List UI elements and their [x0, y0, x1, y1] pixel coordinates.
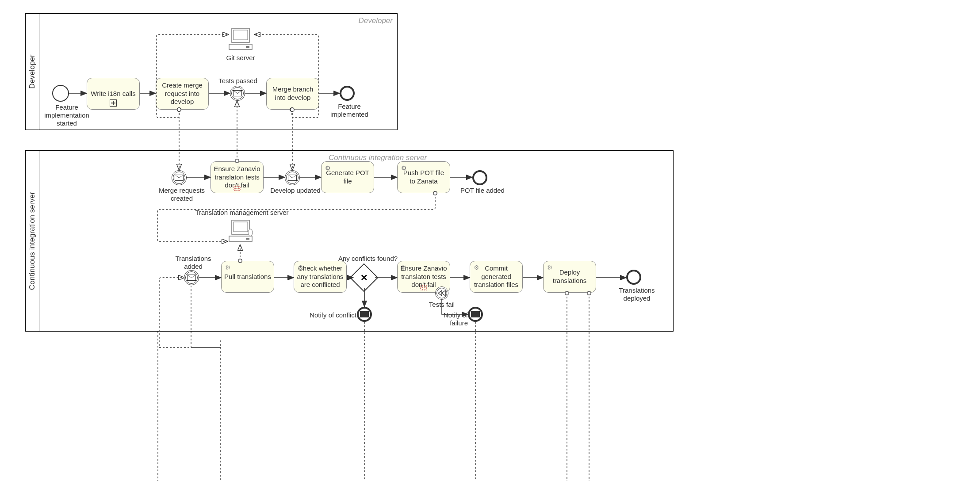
task-commit-files: ⚙ Commit generated translation files [470, 261, 523, 293]
envelope-icon [187, 275, 196, 281]
task-ensure-zanavio-1: Ensure Zanavio translaton tests don't fa… [211, 161, 264, 193]
svg-rect-3 [246, 46, 249, 48]
gear-icon: ⚙ [225, 264, 231, 272]
envelope-icon [471, 311, 480, 317]
gear-icon: ⚙ [401, 264, 407, 272]
event-notify-failure [468, 307, 483, 322]
label-tests-fail: Tests fail [426, 301, 457, 309]
task-merge-branch: Merge branch into develop [266, 78, 319, 110]
git-server-icon [226, 27, 255, 53]
compensation-icon [437, 290, 446, 297]
label-mr-created: Merge requests created [157, 187, 206, 202]
label-tests-passed: Tests passed [217, 77, 259, 85]
event-tests-passed [230, 86, 245, 101]
pool-label-ci: Continuous integration server [26, 151, 39, 331]
pool-label-developer: Developer [26, 14, 39, 130]
task-gen-pot: ⚙ Generate POT file [321, 161, 374, 193]
event-develop-updated [285, 170, 300, 185]
envelope-icon [288, 175, 297, 181]
event-notify-conflict [357, 307, 372, 322]
label-feature-start: Feature implementation started [42, 103, 91, 127]
envelope-icon [360, 311, 369, 317]
svg-rect-9 [234, 186, 240, 191]
label-translations-added: Translations added [172, 255, 215, 271]
task-write-i18n: Write i18n calls [87, 78, 140, 110]
svg-rect-13 [421, 286, 427, 290]
loop-marker-icon [420, 285, 427, 290]
envelope-icon [233, 90, 242, 96]
event-translations-deployed [626, 270, 641, 285]
git-server-label: Git server [226, 54, 256, 62]
loop-marker-icon [234, 186, 241, 191]
label-notify-conflict: Notify of conflict [310, 311, 356, 319]
lane-title-ci: Continuous integration server [329, 153, 427, 162]
gear-icon: ⚙ [474, 264, 479, 272]
gear-icon: ⚙ [547, 264, 553, 272]
gear-icon: ⚙ [325, 164, 331, 172]
event-translations-added [184, 270, 199, 285]
tms-label: Translation management server [191, 209, 293, 217]
label-translations-deployed: Translations deployed [606, 286, 668, 302]
bpmn-diagram: Developer Developer Continuous integrati… [0, 0, 980, 481]
svg-point-8 [248, 229, 253, 236]
task-check-conflict: ⚙ Check whether any translations are con… [294, 261, 347, 293]
label-pot-added: POT file added [458, 187, 507, 195]
task-deploy-translations: ⚙ Deploy translations [543, 261, 596, 293]
event-mr-created [172, 170, 187, 185]
svg-rect-0 [232, 28, 249, 42]
task-pull-translations: ⚙ Pull translations [221, 261, 274, 293]
label-feature-implemented: Feature implemented [318, 103, 380, 118]
task-create-mr: Create merge request into develop [156, 78, 209, 110]
svg-rect-4 [232, 220, 249, 234]
event-feature-start [52, 85, 69, 102]
envelope-icon [175, 175, 184, 181]
event-tests-fail [435, 286, 448, 300]
svg-rect-7 [246, 238, 249, 240]
task-push-pot: ⚙ Push POT file to Zanata [397, 161, 450, 193]
subprocess-marker-icon [110, 99, 117, 107]
lane-title-developer: Developer [359, 16, 393, 25]
gear-icon: ⚙ [401, 164, 407, 172]
gear-icon: ⚙ [298, 264, 303, 272]
event-feature-implemented [340, 86, 355, 101]
tms-icon [226, 218, 255, 245]
label-develop-updated: Develop updated [269, 187, 322, 195]
event-pot-added [472, 170, 487, 185]
label-notify-failure: Notify of failure [424, 311, 468, 327]
label-any-conflicts: Any conflicts found? [337, 255, 399, 263]
